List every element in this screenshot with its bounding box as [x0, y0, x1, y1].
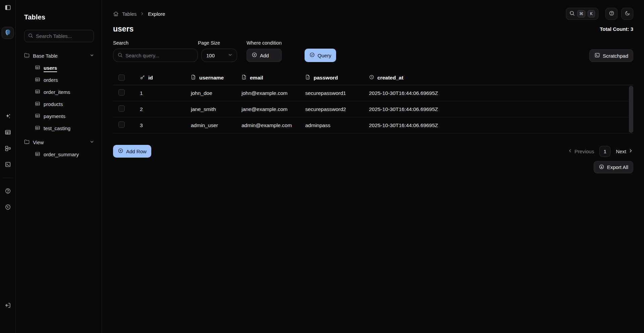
- table-icon: [35, 125, 40, 131]
- export-all-label: Export All: [607, 164, 628, 170]
- logout-button[interactable]: [2, 300, 13, 311]
- page-size-select[interactable]: 100: [201, 49, 237, 62]
- page-size-value: 100: [206, 53, 215, 58]
- column-label: password: [314, 75, 338, 81]
- kbd-cmd: ⌘: [577, 10, 585, 17]
- sidebar-item-label: payments: [44, 113, 65, 119]
- circle-plus-icon: [252, 52, 257, 59]
- previous-page-button[interactable]: Previous: [568, 148, 594, 154]
- column-header-password[interactable]: password: [301, 74, 365, 81]
- search-label: Search: [113, 40, 198, 46]
- cell-id: 3: [136, 122, 187, 128]
- table-icon: [35, 101, 40, 107]
- chevron-down-icon: [90, 53, 94, 59]
- query-search-box[interactable]: [113, 49, 198, 62]
- search-icon: [569, 10, 575, 17]
- column-label: created_at: [377, 75, 404, 81]
- cell-username: jane_smith: [187, 106, 237, 112]
- rail-middle-group: [2, 111, 13, 170]
- column-header-id[interactable]: id: [136, 74, 187, 81]
- home-icon: [113, 11, 119, 17]
- sidebar-item-payments[interactable]: payments: [16, 110, 102, 122]
- column-header-created-at[interactable]: created_at: [365, 74, 633, 81]
- table-row[interactable]: 3 admin_user admin@example.com adminpass…: [113, 117, 633, 133]
- kbd-k: K: [588, 10, 595, 17]
- add-row-button[interactable]: Add Row: [113, 145, 151, 158]
- circle-plus-icon: [118, 148, 123, 155]
- table-icon: [35, 151, 40, 158]
- cell-email: admin@example.com: [237, 122, 301, 128]
- rail-lower-group: [2, 186, 13, 213]
- column-header-email[interactable]: email: [237, 74, 301, 81]
- page-title: users: [113, 24, 133, 34]
- add-condition-button[interactable]: Add: [247, 49, 282, 62]
- schema-nav-button[interactable]: [2, 144, 13, 154]
- cell-password: adminpass: [301, 122, 365, 128]
- query-controls: Search Page Size 100 Where: [113, 40, 633, 62]
- cell-created-at: 2025-10-30T16:44:06.69695Z: [365, 106, 633, 112]
- row-checkbox[interactable]: [118, 89, 125, 96]
- sidebar-toggle-button[interactable]: [2, 3, 13, 13]
- select-all-checkbox[interactable]: [118, 74, 125, 81]
- file-icon: [191, 74, 196, 81]
- export-all-button[interactable]: Export All: [594, 161, 633, 173]
- chevron-down-icon: [228, 52, 233, 58]
- scratchpad-button[interactable]: Scratchpad: [589, 49, 633, 62]
- circle-help-icon: [5, 188, 11, 195]
- postgresql-logo-button[interactable]: [2, 27, 14, 39]
- sidebar-search[interactable]: [24, 30, 94, 42]
- next-page-button[interactable]: Next: [616, 148, 633, 154]
- postgresql-logo-icon: [4, 29, 11, 37]
- sidebar-item-orders[interactable]: orders: [16, 74, 102, 86]
- sidebar-item-products[interactable]: products: [16, 98, 102, 110]
- row-checkbox[interactable]: [118, 105, 125, 112]
- total-count: Total Count: 3: [600, 26, 633, 32]
- column-label: id: [148, 75, 153, 81]
- theme-toggle-button[interactable]: [621, 8, 633, 20]
- circle-help-icon: [609, 10, 614, 17]
- cell-id: 2: [136, 106, 187, 112]
- chevron-right-icon: [628, 148, 633, 154]
- pagination: Previous 1 Next: [568, 146, 633, 157]
- sidebar-item-order-items[interactable]: order_items: [16, 86, 102, 98]
- sparkles-icon: [5, 113, 11, 120]
- sidebar-item-label: test_casting: [44, 125, 70, 131]
- breadcrumb: Tables Explore: [113, 11, 165, 17]
- breadcrumb-tables-link[interactable]: Tables: [122, 11, 137, 17]
- data-table: id username email: [113, 70, 633, 133]
- table-icon: [35, 65, 40, 71]
- table-row[interactable]: 2 jane_smith jane@example.com securepass…: [113, 101, 633, 117]
- column-header-username[interactable]: username: [187, 74, 237, 81]
- gauge-icon: [5, 204, 11, 211]
- usage-gauge-button[interactable]: [2, 202, 13, 213]
- query-button[interactable]: Query: [305, 49, 336, 62]
- help-button[interactable]: [605, 8, 618, 20]
- terminal-nav-button[interactable]: [2, 160, 13, 170]
- tree-folder-view[interactable]: View: [16, 136, 102, 148]
- cell-username: admin_user: [187, 122, 237, 128]
- sidebar-item-order-summary[interactable]: order_summary: [16, 148, 102, 160]
- sidebar-search-input[interactable]: [36, 33, 90, 39]
- ai-assistant-button[interactable]: [2, 111, 13, 122]
- tree-folder-base-table[interactable]: Base Table: [16, 50, 102, 62]
- table-row[interactable]: 1 john_doe john@example.com securepasswo…: [113, 85, 633, 101]
- help-rail-button[interactable]: [2, 186, 13, 197]
- row-checkbox[interactable]: [118, 121, 125, 128]
- vertical-scrollbar-thumb[interactable]: [629, 86, 633, 133]
- query-search-input[interactable]: [125, 53, 194, 58]
- where-condition-label: Where condition: [247, 40, 282, 46]
- terminal-square-icon: [594, 52, 600, 59]
- global-search-button[interactable]: ⌘ K: [566, 8, 598, 20]
- cell-email: john@example.com: [237, 90, 301, 96]
- query-button-label: Query: [318, 53, 331, 58]
- table-icon: [35, 113, 40, 119]
- tables-nav-button[interactable]: [2, 127, 13, 138]
- sidebar-title: Tables: [24, 13, 102, 21]
- rail-bottom-group: [2, 300, 13, 311]
- sidebar-item-test-casting[interactable]: test_casting: [16, 122, 102, 134]
- sidebar-item-users[interactable]: users: [16, 62, 102, 74]
- cell-id: 1: [136, 90, 187, 96]
- current-page-indicator[interactable]: 1: [599, 146, 610, 157]
- folder-icon: [24, 139, 30, 146]
- terminal-square-icon: [5, 161, 11, 169]
